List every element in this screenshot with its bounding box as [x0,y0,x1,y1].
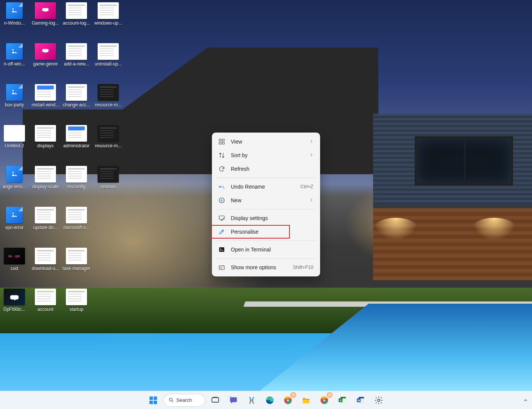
start-button[interactable] [146,393,161,408]
context-menu-item-undo[interactable]: Undo RenameCtrl+Z [214,180,318,194]
desktop-icon[interactable]: DpFt90ic... [0,286,30,327]
desktop-icon[interactable]: msconfig [61,164,92,204]
edge-icon [265,396,274,405]
task-view-icon [211,396,220,405]
desktop-icon-column: account-log...add-a-new...change-acc...a… [61,0,92,327]
desktop-icon[interactable]: change-acc... [61,82,92,123]
desktop-icon-label: resource-m... [95,143,122,148]
desktop-icon-label: resource-m... [95,102,122,108]
word-button[interactable]: W [353,393,368,408]
svg-rect-3 [154,401,157,404]
context-menu-item-more[interactable]: Show more optionsShift+F10 [214,261,318,274]
desktop-icon-thumbnail [66,2,87,19]
context-menu-shortcut: Shift+F10 [293,265,313,270]
desktop-icon-thumbnail [6,2,23,19]
desktop-icon-label: task-manager [62,266,90,271]
desktop-icon-column: windows-up...uninstall-up...resource-m..… [92,0,124,204]
chrome-button[interactable] [280,393,296,408]
desktop-icon-label: account [37,307,53,312]
desktop-icon-thumbnail [98,166,119,183]
desktop-icon[interactable]: n-off-win... [0,41,30,82]
desktop-icon[interactable]: ange-erro... [0,164,30,204]
file-explorer-button[interactable] [299,393,314,408]
desktop-icon[interactable]: windows-up... [92,0,124,41]
context-menu-item-personalise[interactable]: Personalise [214,225,318,239]
chat-button[interactable] [226,393,241,408]
desktop-icon[interactable]: restart-wind... [30,82,61,123]
refresh-icon [218,165,226,173]
desktop-icon-thumbnail: BL .QM [4,248,25,264]
svg-rect-23 [359,397,364,398]
desktop-icon[interactable]: add-a-new... [61,41,92,82]
context-menu-item-terminal[interactable]: Open in Terminal [214,243,318,256]
desktop-icon[interactable]: n-Windo... [0,0,30,41]
taskbar-search[interactable]: Search [164,394,205,406]
context-menu-item-display[interactable]: Display settings [214,211,318,225]
desktop-icon-label: box-party [5,102,24,108]
taskbar-search-label: Search [176,397,192,403]
desktop-icon-thumbnail [6,43,23,60]
edge-button[interactable] [262,393,277,408]
chrome-button-2[interactable] [317,393,332,408]
desktop-icon[interactable]: startup [61,286,92,327]
chrome-profile-badge [327,392,333,398]
desktop-icon[interactable]: box-party [0,82,30,123]
desktop-icon[interactable]: account [30,286,61,327]
desktop[interactable]: n-Windo...n-off-win...box-partyUntitled-… [0,0,532,409]
desktop-icon[interactable]: Untitled-2 [0,123,30,164]
desktop-icon[interactable]: download-u... [30,245,61,286]
desktop-icon[interactable]: update-do... [30,204,61,245]
desktop-icon[interactable]: BL .QMcod [0,245,30,286]
task-view-button[interactable] [208,393,223,408]
desktop-icon-label: change-acc... [63,102,90,108]
settings-button[interactable] [371,393,386,408]
more-icon [218,264,226,271]
desktop-icon-label: update-do... [33,225,58,230]
context-menu-item-label: New [231,197,241,203]
wallpaper-spotlight [373,218,418,240]
desktop-icon-thumbnail [66,84,87,101]
desktop-icon-label: Gaming-log... [32,20,59,26]
svg-point-17 [324,399,325,401]
terminal-icon [218,246,226,253]
desktop-icon[interactable]: account-log... [61,0,92,41]
desktop-icon-label: startup [70,307,84,312]
desktop-icon[interactable]: administrator [61,123,92,164]
context-menu-item-sort[interactable]: Sort by [214,148,318,162]
taskbar-center: Search [146,393,386,408]
desktop-icon[interactable]: game-genre [30,41,61,82]
desktop-icon-thumbnail [35,43,56,60]
desktop-icon-label: msconfig [67,184,86,189]
context-menu-item-view[interactable]: View [214,135,318,148]
excel-button[interactable]: X [335,393,350,408]
desktop-icon-label: n-off-win... [4,61,25,67]
svg-line-5 [172,401,173,402]
svg-rect-6 [212,398,219,402]
svg-rect-8 [230,397,237,402]
desktop-icon[interactable]: uninstall-up... [92,41,124,82]
desktop-icon-label: uninstall-up... [95,61,121,67]
desktop-icon[interactable]: resource-m... [92,82,124,123]
desktop-icon[interactable]: resource-m... [92,123,124,164]
desktop-icon-thumbnail [4,289,25,305]
context-menu-item-refresh[interactable]: Refresh [214,162,318,176]
folder-icon [302,396,311,405]
desktop-icon[interactable]: vpn-error [0,204,30,245]
desktop-icon-thumbnail [98,125,119,142]
context-menu-item-new[interactable]: New [214,194,318,207]
desktop-icon-thumbnail [35,84,56,101]
search-icon [168,397,174,403]
desktop-icon[interactable]: display-scale [30,164,61,204]
desktop-icon-label: ange-erro... [3,184,26,189]
desktop-icon[interactable]: Gaming-log... [30,0,61,41]
context-menu-separator [216,178,316,178]
wallpaper-wood [373,204,532,280]
desktop-icon[interactable]: task-manager [61,245,92,286]
copilot-button[interactable] [244,393,259,408]
desktop-icon[interactable]: displays [30,123,61,164]
desktop-icon[interactable]: resmon [92,164,124,204]
system-tray[interactable] [523,391,528,409]
desktop-icon[interactable]: microsoft-s... [61,204,92,245]
copilot-icon [247,396,256,405]
wallpaper-window [415,136,513,186]
